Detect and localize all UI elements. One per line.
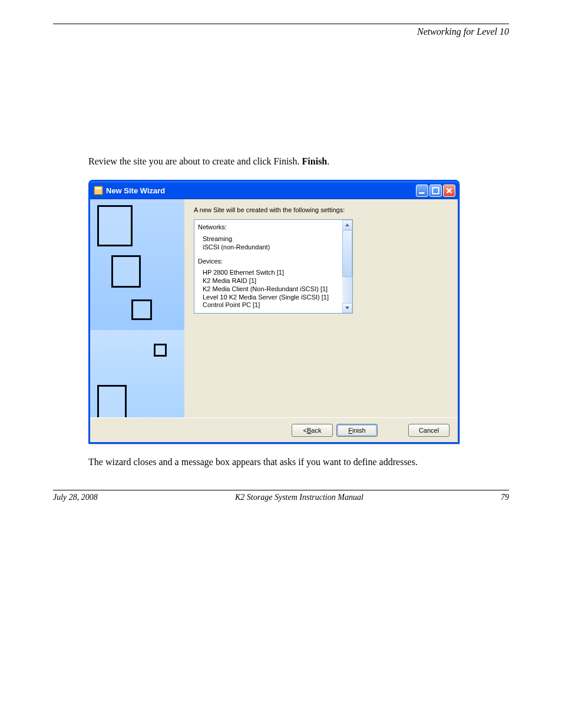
scrollbar[interactable] xyxy=(342,220,352,313)
footer-page: 79 xyxy=(501,493,509,502)
maximize-button[interactable] xyxy=(429,185,442,197)
wizard-button-bar: < Back Finish Cancel xyxy=(90,417,458,442)
instruction-before: Review the site you are about to create … xyxy=(88,155,509,168)
titlebar[interactable]: New Site Wizard xyxy=(90,182,458,199)
new-site-wizard-dialog: New Site Wizard A new Site will be creat… xyxy=(88,180,459,444)
wizard-intro-text: A new Site will be created with the foll… xyxy=(194,206,448,213)
scroll-down-button[interactable] xyxy=(342,303,352,313)
footer-title: K2 Storage System Instruction Manual xyxy=(235,493,363,502)
footer-date: July 28, 2008 xyxy=(53,493,98,502)
close-button[interactable] xyxy=(443,185,455,197)
summary-listbox[interactable]: Networks: Streaming iSCSI (non-Redundant… xyxy=(194,219,353,314)
svg-rect-2 xyxy=(419,192,424,194)
window-title: New Site Wizard xyxy=(106,186,415,195)
summary-content: Networks: Streaming iSCSI (non-Redundant… xyxy=(194,220,342,313)
app-icon xyxy=(94,186,103,195)
svg-rect-1 xyxy=(95,187,101,189)
scroll-track[interactable] xyxy=(342,230,352,303)
back-button[interactable]: < Back xyxy=(292,424,333,437)
cancel-button[interactable]: Cancel xyxy=(408,424,449,437)
minimize-button[interactable] xyxy=(416,185,428,197)
scroll-up-button[interactable] xyxy=(342,220,352,230)
page-footer: July 28, 2008 K2 Storage System Instruct… xyxy=(53,490,509,502)
scroll-thumb[interactable] xyxy=(342,230,352,277)
page-header-right: Networking for Level 10 xyxy=(53,24,509,37)
svg-rect-3 xyxy=(432,187,438,193)
wizard-sidebar-graphic xyxy=(90,199,184,417)
instruction-after-1: The wizard closes and a message box appe… xyxy=(88,456,509,469)
finish-button[interactable]: Finish xyxy=(336,424,378,437)
